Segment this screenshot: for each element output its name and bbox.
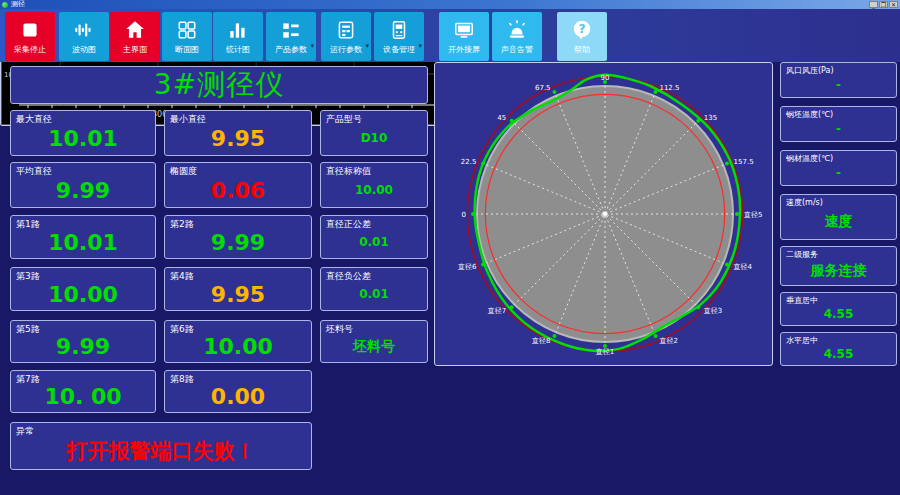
toolbar-button-label: 统计图 [226,45,250,55]
cross-section-chart-panel: 022.54567.590112.5135157.5直径5直径4直径3直径2直径… [434,62,773,366]
status-panel: 速度(m/s)速度 [780,194,897,240]
toolbar-button-label: 主界面 [123,45,147,55]
polar-axis-label: 直径2 [659,337,677,345]
measure-cell-value: 10.00 [48,282,118,307]
toolbar-button-device-manage[interactable]: 设备管理▾ [374,12,424,61]
chevron-down-icon: ▾ [365,42,369,50]
status-panel: 二级服务服务连接 [780,246,897,286]
polar-axis-label: 67.5 [535,84,551,92]
toolbar-button-sound-alarm[interactable]: 声音告警 [492,12,542,61]
toolbar-button-section-grid[interactable]: 断面图 [162,12,212,61]
maximize-button[interactable]: ❐ [879,1,888,8]
status-panel: 钢坯温度(℃)- [780,106,897,142]
measure-cell: 坯料号坯料号 [320,320,428,363]
close-button[interactable]: ✕ [889,1,898,8]
toolbar-button-label: 运行参数 [330,45,362,55]
toolbar-button-label: 帮助 [574,45,590,55]
window-title: 测径 [11,0,25,9]
toolbar-button-external-screen[interactable]: 开外接屏 [439,12,489,61]
measure-cell-value: 10.01 [48,126,118,151]
stop-icon [19,15,41,45]
measure-cell-value: 10.00 [355,183,393,197]
polar-axis-label: 45 [497,114,506,122]
polar-axis-label: 22.5 [461,158,477,166]
measure-cell: 第4路9.95 [164,267,312,311]
main-toolbar: 采集停止波动图主界面断面图统计图产品参数▾运行参数▾设备管理▾开外接屏声音告警?… [0,9,900,62]
measure-cell-value: D10 [361,131,388,145]
measure-cell-value: 9.99 [56,334,110,359]
measure-cell: 第8路0.00 [164,370,312,413]
cross-section-polar-chart: 022.54567.590112.5135157.5直径5直径4直径3直径2直径… [435,63,772,365]
polar-axis-label: 112.5 [659,84,679,92]
application-window: 测径 _ ❐ ✕ 采集停止波动图主界面断面图统计图产品参数▾运行参数▾设备管理▾… [0,0,900,495]
toolbar-button-label: 声音告警 [501,45,533,55]
chevron-down-icon: ▾ [310,42,314,50]
measure-cell-value: 0.06 [211,178,265,203]
toolbar-button-stop[interactable]: 采集停止 [5,12,55,61]
status-panel-value: 4.55 [824,347,854,361]
polar-axis-label: 直径8 [532,337,550,345]
measure-cell-value: 10.01 [48,230,118,255]
station-title-panel: 3#测径仪 [10,66,428,104]
page-title: 3#测径仪 [154,66,284,104]
toolbar-button-label: 断面图 [175,45,199,55]
status-panel-value: 4.55 [824,307,854,321]
polar-axis-label: 直径4 [734,263,753,271]
measure-cell-value: 9.99 [211,230,265,255]
measure-cell-value: 0.01 [359,235,389,249]
toolbar-button-product-params[interactable]: 产品参数▾ [266,12,316,61]
polar-axis-label: 直径5 [744,211,762,219]
measure-cell-value: 0.01 [359,287,389,301]
toolbar-button-run-params[interactable]: 运行参数▾ [321,12,371,61]
measure-cell: 第7路10. 00 [10,370,156,413]
window-titlebar: 测径 _ ❐ ✕ [0,0,900,9]
run-params-icon [335,15,357,45]
waveform-icon [73,15,95,45]
toolbar-button-waveform[interactable]: 波动图 [59,12,109,61]
external-screen-icon [453,15,475,45]
toolbar-button-label: 采集停止 [14,45,46,55]
status-panel: 钢材温度(℃)- [780,150,897,186]
status-panel: 水平居中4.55 [780,332,897,366]
toolbar-button-bar-chart[interactable]: 统计图 [213,12,263,61]
chevron-down-icon: ▾ [418,42,422,50]
measure-cell: 第6路10.00 [164,320,312,363]
toolbar-button-label: 产品参数 [275,45,307,55]
measure-cell: 第3路10.00 [10,267,156,311]
status-panel: 垂直居中4.55 [780,292,897,326]
measure-cell-value: 9.99 [56,178,110,203]
polar-axis-label: 直径1 [596,348,614,356]
help-icon: ? [571,15,593,45]
polar-axis-label: 直径7 [488,307,506,315]
measure-cell: 产品型号D10 [320,110,428,156]
polar-axis-label: 0 [462,211,466,219]
toolbar-button-label: 开外接屏 [448,45,480,55]
toolbar-button-home[interactable]: 主界面 [110,12,160,61]
measure-cell: 直径正公差0.01 [320,215,428,259]
device-manage-icon [388,15,410,45]
polar-axis-label: 直径6 [458,263,477,271]
minimize-button[interactable]: _ [869,1,878,8]
measure-cell: 直径负公差0.01 [320,267,428,311]
measure-cell: 直径标称值10.00 [320,162,428,208]
polar-axis-label: 135 [704,114,717,122]
measure-cell: 椭圆度0.06 [164,162,312,208]
measure-cell: 最小直径9.95 [164,110,312,156]
status-panel: 风口风压(Pa)- [780,62,897,98]
toolbar-button-label: 设备管理 [383,45,415,55]
window-controls: _ ❐ ✕ [869,1,900,8]
measure-cell-value: 坯料号 [353,338,395,356]
measure-cell: 平均直径9.99 [10,162,156,208]
status-panel-value: 速度 [825,213,853,231]
measure-cell-value: 9.95 [211,126,265,151]
polar-axis-label: 直径3 [704,307,722,315]
measure-cell: 第2路9.99 [164,215,312,259]
measure-cell: 第1路10.01 [10,215,156,259]
sound-alarm-icon [506,15,528,45]
status-panel-value: - [836,122,841,136]
section-grid-icon [176,15,198,45]
toolbar-button-help[interactable]: ?帮助 [557,12,607,61]
alarm-message: 打开报警端口失败！ [67,437,256,465]
measure-cell-value: 9.95 [211,282,265,307]
alarm-panel: 异常 打开报警端口失败！ [10,422,312,470]
